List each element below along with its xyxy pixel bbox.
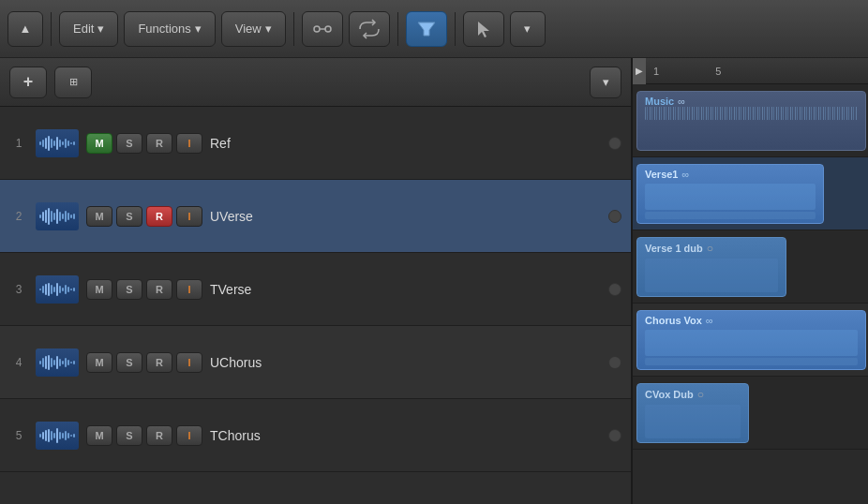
svg-rect-51 [59,359,61,366]
track-row[interactable]: 5 [0,399,631,472]
solo-button[interactable]: S [116,352,142,373]
input-button[interactable]: I [176,133,202,154]
track-row[interactable]: 3 [0,253,631,326]
cursor-dropdown-button[interactable]: ▾ [510,11,546,47]
region-verse1dub[interactable]: Verse 1 dub ○ [636,237,786,297]
link-icon: ∞ [681,169,689,180]
record-button[interactable]: R [146,279,172,300]
svg-rect-52 [62,361,64,364]
track-options-dropdown[interactable]: ▾ [590,67,621,98]
svg-rect-45 [42,358,44,367]
config-icon: ⊞ [69,76,78,88]
link-icon: ∞ [706,315,713,326]
svg-rect-66 [65,431,67,440]
mute-button[interactable]: M [86,279,112,300]
svg-rect-26 [62,214,64,219]
svg-rect-59 [45,430,47,441]
mute-button[interactable]: M [86,352,112,373]
track-number: 2 [9,210,28,223]
svg-rect-30 [73,214,75,219]
edit-label: Edit [73,22,94,36]
track-row[interactable]: 4 [0,326,631,399]
svg-rect-46 [45,356,47,369]
connect-icon-button[interactable] [302,11,343,47]
svg-rect-38 [59,286,61,293]
svg-rect-23 [53,213,55,220]
edit-button[interactable]: Edit ▾ [59,11,118,47]
track-row[interactable]: 1 [0,107,631,180]
svg-rect-35 [51,285,52,294]
mute-button[interactable]: M [86,133,112,154]
region-verse1[interactable]: Verse1 ∞ [636,164,824,224]
svg-point-1 [325,26,331,32]
svg-rect-58 [42,432,44,439]
svg-rect-28 [67,213,69,220]
record-button[interactable]: R [146,206,172,227]
timeline-row[interactable]: Chorus Vox ∞ [633,304,868,377]
timeline-row[interactable]: Verse1 ∞ [633,157,868,230]
svg-rect-62 [53,433,55,438]
functions-button[interactable]: Functions ▾ [124,11,215,47]
svg-rect-7 [45,138,47,149]
svg-marker-4 [478,22,489,37]
timeline-row[interactable]: CVox Dub ○ [633,377,868,450]
solo-button[interactable]: S [116,206,142,227]
region-cvoxdub[interactable]: CVox Dub ○ [636,383,749,443]
functions-arrow-icon: ▾ [195,22,202,36]
solo-button[interactable]: S [116,425,142,446]
track-number: 5 [9,429,28,442]
edit-arrow-icon: ▾ [97,22,104,36]
ruler-mark-1: 1 [653,66,659,77]
config-track-button[interactable]: ⊞ [54,67,92,98]
track-dot [608,210,621,223]
track-row[interactable]: 2 [0,180,631,253]
svg-rect-65 [62,433,64,438]
solo-button[interactable]: S [116,133,142,154]
region-music[interactable]: Music ∞ [636,91,866,151]
svg-rect-20 [45,210,47,223]
track-dot [608,429,621,442]
tracks-list: 1 [0,107,631,504]
track-dot [608,283,621,296]
track-name: UVerse [210,209,601,224]
solo-button[interactable]: S [116,279,142,300]
view-button[interactable]: View ▾ [221,11,286,47]
record-button[interactable]: R [146,133,172,154]
filter-icon-button[interactable] [406,11,447,47]
svg-rect-54 [67,360,69,365]
svg-rect-63 [56,428,58,443]
toolbar-separator-4 [455,12,456,46]
track-controls: M S R I [86,425,202,446]
region-chorusvox[interactable]: Chorus Vox ∞ [636,310,866,370]
region-verse1dub-label: Verse 1 dub [645,243,703,254]
timeline-row[interactable]: Verse 1 dub ○ [633,230,868,304]
input-button[interactable]: I [176,206,202,227]
playhead-arrow: ▶ [633,58,646,84]
record-button[interactable]: R [146,352,172,373]
svg-rect-44 [39,361,41,364]
record-button[interactable]: R [146,425,172,446]
svg-rect-50 [56,356,58,369]
svg-rect-31 [39,289,41,290]
svg-rect-21 [48,208,50,225]
cursor-icon-button[interactable] [463,11,504,47]
input-button[interactable]: I [176,279,202,300]
input-button[interactable]: I [176,425,202,446]
svg-rect-61 [51,431,52,440]
loop-icon-button[interactable] [349,11,390,47]
back-button[interactable]: ▲ [7,11,43,47]
svg-rect-60 [48,429,50,442]
svg-rect-56 [73,361,75,364]
mute-button[interactable]: M [86,425,112,446]
region-chorusvox-label: Chorus Vox [645,315,702,326]
input-button[interactable]: I [176,352,202,373]
cursor-icon [473,19,494,39]
svg-rect-33 [45,284,47,295]
track-dot [608,356,621,369]
timeline-row[interactable]: Music ∞ [633,84,868,157]
svg-rect-11 [56,137,58,150]
svg-rect-16 [70,142,72,144]
svg-rect-14 [65,139,67,148]
mute-button[interactable]: M [86,206,112,227]
add-track-button[interactable]: + [9,67,47,98]
